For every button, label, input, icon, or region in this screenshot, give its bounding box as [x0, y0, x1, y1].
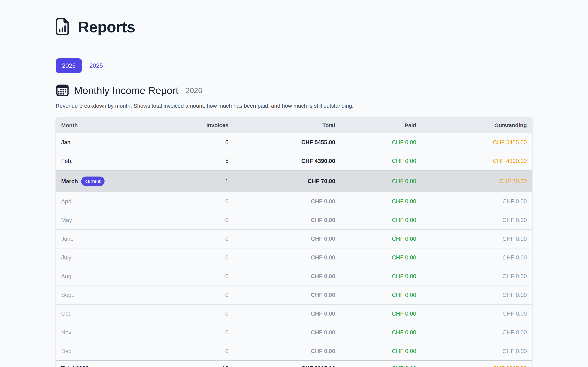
month-label: June	[61, 236, 73, 242]
tab-2025[interactable]: 2025	[89, 62, 103, 69]
paid-cell: CHF 0.00	[341, 152, 422, 170]
invoices-cell: 0	[170, 342, 234, 361]
total-cell: CHF 5455.00	[234, 133, 341, 152]
report-year: 2026	[186, 86, 202, 95]
report-title: Monthly Income Report	[74, 85, 179, 96]
total-cell: CHF 0.00	[234, 248, 341, 267]
tab-2026[interactable]: 2026	[56, 58, 82, 73]
total-cell: CHF 0.00	[234, 230, 341, 248]
paid-cell: CHF 0.00	[341, 304, 422, 323]
month-label: May	[61, 217, 72, 223]
invoices-cell: 1	[170, 170, 234, 192]
total-cell: CHF 0.00	[234, 323, 341, 342]
paid-cell: CHF 0.00	[341, 323, 422, 342]
total-paid-value: CHF 0.00	[341, 361, 422, 367]
table-row-march: Marchcurrent1CHF 70.00CHF 0.00CHF 70.00	[56, 170, 532, 192]
invoices-cell: 0	[170, 192, 234, 211]
month-cell: Nov.	[56, 323, 170, 342]
month-cell: Dec.	[56, 342, 170, 361]
month-cell: Feb.	[56, 152, 170, 170]
month-cell: June	[56, 230, 170, 248]
current-badge: current	[81, 176, 104, 186]
paid-cell: CHF 0.00	[341, 133, 422, 152]
year-tabs: 2026 2025	[56, 58, 532, 73]
page-header: Reports	[56, 18, 532, 36]
file-bar-chart-icon	[56, 18, 70, 36]
month-cell: July	[56, 248, 170, 267]
month-cell: Jan.	[56, 133, 170, 152]
month-label: Aug.	[61, 273, 73, 279]
total-cell: CHF 0.00	[234, 304, 341, 323]
table-header-row: Month Invoices Total Paid Outstanding	[56, 117, 532, 133]
table-row-feb: Feb.5CHF 4390.00CHF 0.00CHF 4390.00	[56, 152, 532, 170]
column-header-paid: Paid	[341, 117, 422, 133]
paid-cell: CHF 0.00	[341, 230, 422, 248]
invoices-cell: 0	[170, 323, 234, 342]
column-header-invoices: Invoices	[170, 117, 234, 133]
paid-cell: CHF 0.00	[341, 286, 422, 304]
table-row-june: June0CHF 0.00CHF 0.00CHF 0.00	[56, 230, 532, 248]
invoices-cell: 5	[170, 152, 234, 170]
month-label: March	[61, 178, 78, 185]
total-cell: CHF 0.00	[234, 342, 341, 361]
total-cell: CHF 70.00	[234, 170, 341, 192]
column-header-outstanding: Outstanding	[422, 117, 532, 133]
total-cell: CHF 0.00	[234, 192, 341, 211]
report-table-body: Jan.6CHF 5455.00CHF 0.00CHF 5455.00Feb.5…	[56, 133, 532, 361]
total-cell: CHF 0.00	[234, 211, 341, 230]
total-cell: CHF 4390.00	[234, 152, 341, 170]
outstanding-cell: CHF 0.00	[422, 323, 532, 342]
table-total-row: Total 2026 12 CHF 9915.00 CHF 0.00 CHF 9…	[56, 361, 532, 367]
outstanding-cell: CHF 5455.00	[422, 133, 532, 152]
total-invoices-value: 12	[170, 361, 234, 367]
table-row-july: July0CHF 0.00CHF 0.00CHF 0.00	[56, 248, 532, 267]
paid-cell: CHF 0.00	[341, 170, 422, 192]
invoices-cell: 0	[170, 248, 234, 267]
paid-cell: CHF 0.00	[341, 211, 422, 230]
month-cell: Oct.	[56, 304, 170, 323]
page-title: Reports	[78, 18, 135, 36]
total-cell: CHF 0.00	[234, 286, 341, 304]
outstanding-cell: CHF 0.00	[422, 286, 532, 304]
table-row-jan: Jan.6CHF 5455.00CHF 0.00CHF 5455.00	[56, 133, 532, 152]
month-label: Feb.	[61, 158, 73, 164]
outstanding-cell: CHF 0.00	[422, 211, 532, 230]
table-row-april: April0CHF 0.00CHF 0.00CHF 0.00	[56, 192, 532, 211]
month-cell: Marchcurrent	[56, 170, 170, 192]
invoices-cell: 0	[170, 230, 234, 248]
total-outstanding-value: CHF 9915.00	[422, 361, 532, 367]
table-row-may: May0CHF 0.00CHF 0.00CHF 0.00	[56, 211, 532, 230]
month-cell: April	[56, 192, 170, 211]
outstanding-cell: CHF 70.00	[422, 170, 532, 192]
month-label: July	[61, 254, 71, 261]
report-description: Revenue breakdown by month. Shows total …	[56, 103, 532, 109]
table-row-nov: Nov.0CHF 0.00CHF 0.00CHF 0.00	[56, 323, 532, 342]
table-row-oct: Oct.0CHF 0.00CHF 0.00CHF 0.00	[56, 304, 532, 323]
calendar-icon	[56, 83, 69, 98]
table-row-sept: Sept.0CHF 0.00CHF 0.00CHF 0.00	[56, 286, 532, 304]
month-label: Sept.	[61, 292, 74, 298]
outstanding-cell: CHF 0.00	[422, 342, 532, 361]
month-cell: May	[56, 211, 170, 230]
outstanding-cell: CHF 0.00	[422, 230, 532, 248]
report-section-header: Monthly Income Report 2026	[56, 83, 532, 98]
monthly-income-table: Month Invoices Total Paid Outstanding Ja…	[56, 117, 532, 367]
paid-cell: CHF 0.00	[341, 248, 422, 267]
outstanding-cell: CHF 0.00	[422, 248, 532, 267]
paid-cell: CHF 0.00	[341, 192, 422, 211]
invoices-cell: 0	[170, 267, 234, 286]
invoices-cell: 0	[170, 286, 234, 304]
outstanding-cell: CHF 0.00	[422, 304, 532, 323]
invoices-cell: 0	[170, 211, 234, 230]
month-label: Dec.	[61, 348, 73, 354]
paid-cell: CHF 0.00	[341, 342, 422, 361]
month-label: Oct.	[61, 310, 72, 317]
column-header-total: Total	[234, 117, 341, 133]
outstanding-cell: CHF 4390.00	[422, 152, 532, 170]
column-header-month: Month	[56, 117, 170, 133]
total-label: Total 2026	[56, 361, 170, 367]
total-amount-value: CHF 9915.00	[234, 361, 341, 367]
table-row-aug: Aug.0CHF 0.00CHF 0.00CHF 0.00	[56, 267, 532, 286]
total-cell: CHF 0.00	[234, 267, 341, 286]
paid-cell: CHF 0.00	[341, 267, 422, 286]
